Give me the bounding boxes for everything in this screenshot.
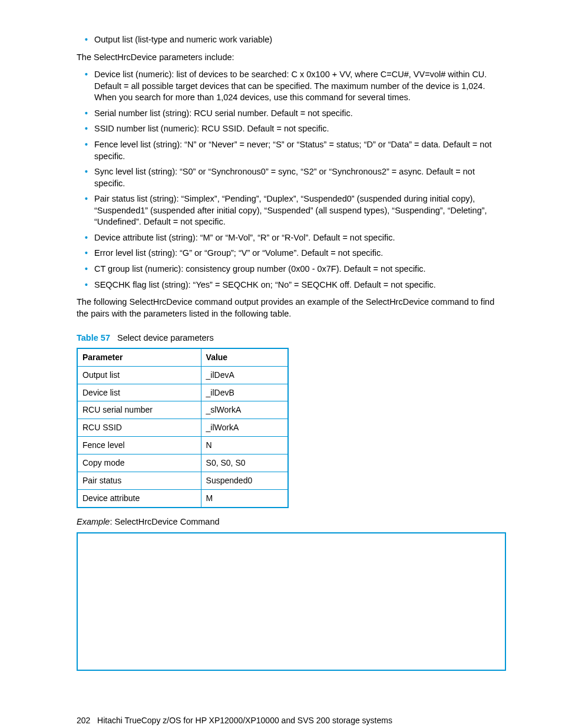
cell-param: Device list xyxy=(77,384,201,401)
bullet-list-a: Output list (list-type and numeric work … xyxy=(77,34,506,46)
cell-param: Pair status xyxy=(77,472,201,490)
page-number: 202 xyxy=(77,716,90,725)
table-row: Pair statusSuspended0 xyxy=(77,472,288,490)
cell-value: _slWorkA xyxy=(201,401,288,419)
example-label-italic: Example xyxy=(77,517,110,526)
cell-value: _ilDevA xyxy=(201,366,288,384)
list-item: Device list (numeric): list of devices t… xyxy=(94,69,506,104)
parameters-table: Parameter Value Output list_ilDevA Devic… xyxy=(77,348,289,508)
table-row: RCU SSID_ilWorkA xyxy=(77,419,288,437)
list-item: Error level list (string): “G” or “Group… xyxy=(94,248,506,259)
table-row: Device attributeM xyxy=(77,489,288,507)
list-item: CT group list (numeric): consistency gro… xyxy=(94,263,506,275)
cell-value: S0, S0, S0 xyxy=(201,454,288,472)
list-item: Device attribute list (string): “M” or “… xyxy=(94,232,506,244)
cell-param: Output list xyxy=(77,366,201,384)
table-row: Fence levelN xyxy=(77,437,288,454)
list-item: Pair status list (string): “Simplex”, “P… xyxy=(94,193,506,228)
cell-param: Copy mode xyxy=(77,454,201,472)
outro-paragraph: The following SelectHrcDevice command ou… xyxy=(77,297,506,319)
example-code-box xyxy=(77,532,506,671)
table-number: Table 57 xyxy=(77,333,110,342)
cell-param: RCU SSID xyxy=(77,419,201,437)
footer-text: Hitachi TrueCopy z/OS for HP XP12000/XP1… xyxy=(97,716,392,725)
page-footer: 202 Hitachi TrueCopy z/OS for HP XP12000… xyxy=(77,715,506,726)
example-label: Example: SelectHrcDevice Command xyxy=(77,516,506,528)
bullet-list-b: Device list (numeric): list of devices t… xyxy=(77,69,506,291)
cell-param: Fence level xyxy=(77,437,201,454)
col-header-parameter: Parameter xyxy=(77,348,201,366)
cell-value: _ilWorkA xyxy=(201,419,288,437)
table-caption: Table 57 Select device parameters xyxy=(77,332,506,344)
table-row: Copy modeS0, S0, S0 xyxy=(77,454,288,472)
table-row: RCU serial number_slWorkA xyxy=(77,401,288,419)
cell-param: Device attribute xyxy=(77,489,201,507)
table-title: Select device parameters xyxy=(117,333,214,342)
table-header-row: Parameter Value xyxy=(77,348,288,366)
intro-paragraph: The SelectHrcDevice parameters include: xyxy=(77,52,506,64)
example-label-text: : SelectHrcDevice Command xyxy=(110,517,219,526)
list-item: Sync level list (string): “S0” or “Synch… xyxy=(94,166,506,189)
list-item: Output list (list-type and numeric work … xyxy=(94,34,506,46)
list-item: SEQCHK flag list (string): “Yes” = SEQCH… xyxy=(94,279,506,291)
cell-param: RCU serial number xyxy=(77,401,201,419)
list-item: SSID number list (numeric): RCU SSID. De… xyxy=(94,123,506,135)
table-row: Output list_ilDevA xyxy=(77,366,288,384)
table-row: Device list_ilDevB xyxy=(77,384,288,401)
cell-value: Suspended0 xyxy=(201,472,288,490)
cell-value: M xyxy=(201,489,288,507)
list-item: Serial number list (string): RCU serial … xyxy=(94,108,506,120)
cell-value: N xyxy=(201,437,288,454)
list-item: Fence level list (string): “N” or “Never… xyxy=(94,139,506,162)
col-header-value: Value xyxy=(201,348,288,366)
cell-value: _ilDevB xyxy=(201,384,288,401)
